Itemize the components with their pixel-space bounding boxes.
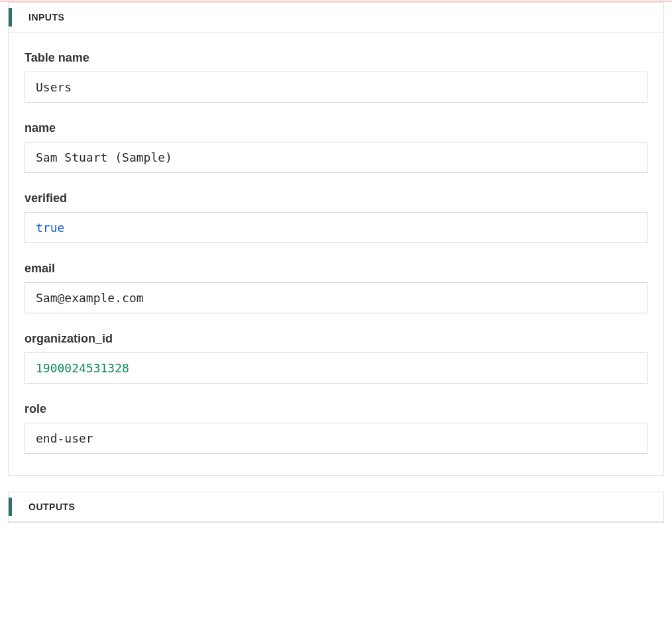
field-label-verified: verified — [25, 191, 647, 205]
value-text: Sam Stuart (Sample) — [36, 150, 172, 164]
field-verified: verified true — [25, 191, 647, 243]
field-name: name Sam Stuart (Sample) — [25, 121, 647, 173]
field-role: role end-user — [25, 402, 647, 454]
inputs-panel: INPUTS Table name Users name Sam Stuart … — [8, 2, 664, 476]
field-value-email[interactable]: Sam@example.com — [25, 282, 647, 313]
field-value-organization-id[interactable]: 1900024531328 — [25, 352, 647, 384]
inputs-body: Table name Users name Sam Stuart (Sample… — [9, 32, 663, 475]
value-text: true — [36, 221, 64, 235]
field-label-name: name — [25, 121, 647, 135]
field-value-name[interactable]: Sam Stuart (Sample) — [25, 142, 647, 173]
field-label-table-name: Table name — [25, 51, 647, 65]
inputs-title: INPUTS — [28, 12, 64, 23]
inputs-panel-header: INPUTS — [9, 3, 663, 32]
field-label-role: role — [25, 402, 647, 416]
field-label-email: email — [25, 262, 647, 276]
field-email: email Sam@example.com — [25, 262, 647, 313]
outputs-title: OUTPUTS — [28, 502, 75, 512]
field-value-table-name[interactable]: Users — [25, 72, 647, 103]
value-text: Sam@example.com — [36, 291, 144, 305]
value-text: 1900024531328 — [36, 361, 129, 375]
outputs-panel-header: OUTPUTS — [9, 492, 663, 522]
field-value-verified[interactable]: true — [25, 212, 647, 243]
field-organization-id: organization_id 1900024531328 — [25, 332, 647, 384]
field-label-organization-id: organization_id — [25, 332, 647, 346]
value-text: end-user — [36, 431, 93, 445]
field-value-role[interactable]: end-user — [25, 423, 647, 454]
field-table-name: Table name Users — [25, 51, 647, 103]
value-text: Users — [36, 80, 72, 94]
outputs-panel: OUTPUTS — [8, 492, 664, 523]
